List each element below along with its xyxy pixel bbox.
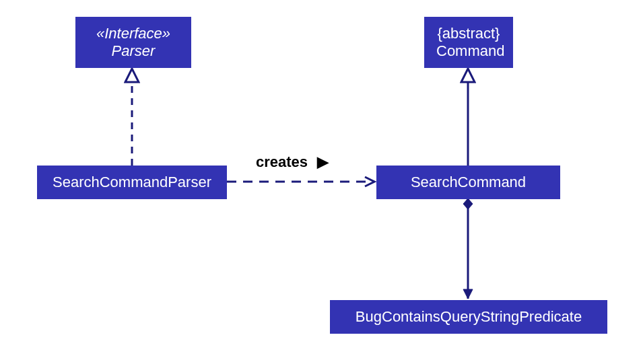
class-name: BugContainsQueryStringPredicate — [342, 308, 595, 326]
class-name: Parser — [88, 42, 179, 60]
class-name: SearchCommand — [389, 174, 548, 191]
box-search-command: SearchCommand — [376, 166, 560, 199]
class-name: SearchCommandParser — [49, 174, 215, 191]
box-search-command-parser: SearchCommandParser — [37, 166, 227, 199]
box-predicate: BugContainsQueryStringPredicate — [330, 300, 607, 334]
stereotype-label: «Interface» — [88, 25, 179, 42]
uml-diagram: «Interface» Parser {abstract} Command Se… — [0, 0, 641, 364]
class-name: Command — [436, 42, 501, 60]
edge-label-creates: creates ▶ — [256, 153, 329, 171]
direction-triangle-icon: ▶ — [317, 153, 329, 171]
label-text: creates — [256, 153, 308, 170]
stereotype-label: {abstract} — [436, 25, 501, 42]
box-command-abstract: {abstract} Command — [424, 17, 513, 68]
box-parser-interface: «Interface» Parser — [75, 17, 191, 68]
